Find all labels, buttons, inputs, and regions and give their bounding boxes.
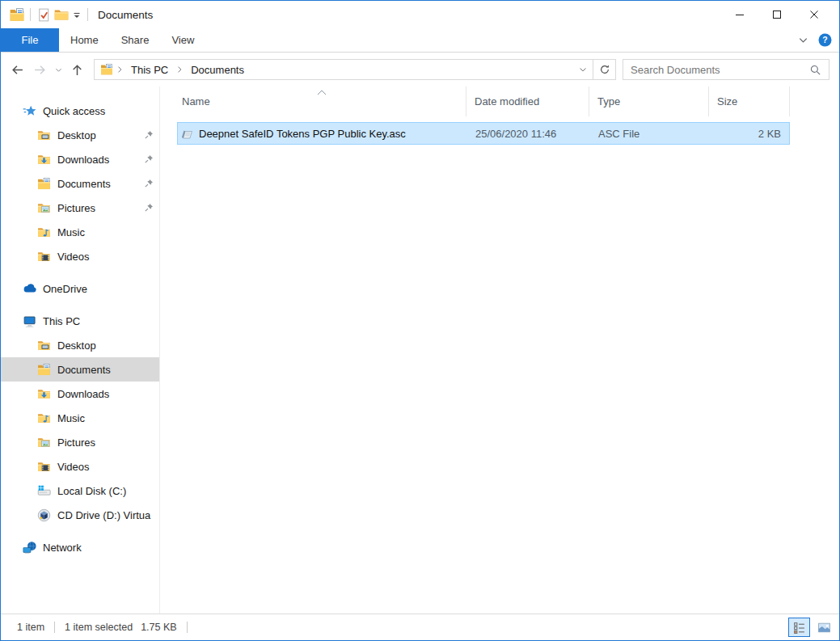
pin-icon [143,178,154,189]
recent-locations-button[interactable] [51,58,65,81]
title-bar: Documents [1,1,839,28]
search-input[interactable] [623,64,809,76]
network-section: Network [1,535,159,559]
ribbon-tab-row: File Home Share View [1,28,839,53]
sort-ascending-caret-icon [315,87,328,97]
sidebar-item-pictures[interactable]: Pictures [1,430,159,454]
thumbnails-view-button[interactable] [813,618,835,637]
this-pc-section: This PC Desktop Documents Downloads Musi… [1,309,159,527]
quick-access-section: Quick access Desktop Downloads Documents [1,99,159,268]
file-type-cell: ASC File [590,128,710,140]
search-box [623,59,829,80]
sidebar-item-label: Videos [57,461,90,473]
sidebar-item-cd-drive-d[interactable]: CD Drive (D:) Virtua [1,503,159,527]
sidebar-item-label: CD Drive (D:) Virtua [57,509,150,521]
qat-dropdown-icon[interactable] [70,7,83,23]
help-icon[interactable] [818,33,832,47]
back-button[interactable] [6,58,28,81]
column-header-size[interactable]: Size [709,86,790,116]
music-folder-icon [37,226,51,239]
column-header-row: Name Date modified Type Size [177,86,839,116]
sidebar-item-label: This PC [43,315,80,327]
sidebar-item-onedrive[interactable]: OneDrive [1,276,159,301]
content-area: Quick access Desktop Downloads Documents [1,86,839,614]
sidebar-item-videos-qa[interactable]: Videos [1,244,159,268]
sidebar-item-documents-qa[interactable]: Documents [1,171,159,196]
sidebar-item-label: OneDrive [43,283,87,295]
sidebar-item-this-pc[interactable]: This PC [1,309,159,333]
maximize-button[interactable] [758,1,796,28]
confirm-check-icon[interactable] [35,7,53,23]
address-history-button[interactable] [573,60,593,79]
column-header-label: Size [717,95,737,108]
minimize-button[interactable] [721,1,758,28]
videos-folder-icon [37,460,51,474]
breadcrumb-chevron-icon[interactable] [175,65,184,74]
tab-file[interactable]: File [1,28,59,52]
column-header-date-modified[interactable]: Date modified [466,86,589,116]
sidebar-item-desktop-qa[interactable]: Desktop [1,123,159,147]
tab-share[interactable]: Share [110,28,161,52]
expand-ribbon-chevron-icon[interactable] [797,34,809,46]
breadcrumb-documents[interactable]: Documents [186,60,249,79]
up-button[interactable] [65,58,88,81]
file-list-area: Name Date modified Type Size Deepnet Saf… [160,86,839,614]
sidebar-item-pictures-qa[interactable]: Pictures [1,196,159,220]
forward-button[interactable] [28,58,51,81]
sidebar-item-music[interactable]: Music [1,406,159,430]
sidebar-item-network[interactable]: Network [1,535,159,559]
sidebar-item-label: Videos [57,251,90,263]
close-button[interactable] [796,1,833,28]
sidebar-item-music-qa[interactable]: Music [1,220,159,244]
sidebar-item-downloads[interactable]: Downloads [1,382,159,406]
file-row-selected[interactable]: Deepnet SafeID Tokens PGP Public Key.asc… [177,122,790,145]
minimize-icon [733,8,746,21]
pin-icon [143,202,154,213]
onedrive-section: OneDrive [1,276,159,301]
toolbar-separator [30,8,31,21]
close-icon [808,8,821,21]
selection-size: 1.75 KB [141,622,176,633]
refresh-button[interactable] [593,60,615,79]
navigation-bar: This PC Documents [1,53,839,86]
address-bar[interactable]: This PC Documents [94,59,616,80]
folder-icon[interactable] [53,7,70,23]
sidebar-item-label: Music [57,226,85,238]
address-bar-controls [573,60,615,79]
status-bar: 1 item 1 item selected 1.75 KB [1,614,839,640]
column-header-name[interactable]: Name [177,86,466,116]
tab-view[interactable]: View [160,28,205,52]
sidebar-item-documents[interactable]: Documents [1,357,159,382]
details-view-icon [792,621,806,635]
sidebar-item-label: Desktop [57,339,96,352]
desktop-folder-icon [37,339,51,352]
videos-folder-icon [37,250,51,264]
sidebar-item-videos[interactable]: Videos [1,454,159,479]
computer-monitor-icon [23,314,36,328]
tab-home[interactable]: Home [59,28,110,52]
column-header-type[interactable]: Type [589,86,709,116]
sidebar-item-desktop[interactable]: Desktop [1,333,159,357]
column-header-label: Date modified [475,95,539,108]
sidebar-item-label: Desktop [57,129,96,141]
quick-access-star-icon [23,104,36,118]
item-count: 1 item [17,622,44,633]
location-folder-icon [100,63,113,76]
navigation-pane: Quick access Desktop Downloads Documents [1,86,160,614]
sidebar-item-local-disk-c[interactable]: Local Disk (C:) [1,479,159,503]
notepad-file-icon [180,127,194,141]
selection-count: 1 item selected [65,622,133,633]
ribbon-right-controls [797,28,839,52]
window-controls [721,1,833,28]
breadcrumb-chevron-icon[interactable] [115,65,125,74]
details-view-button[interactable] [788,618,810,637]
sidebar-item-quick-access[interactable]: Quick access [1,99,159,123]
sidebar-item-label: Network [43,542,82,554]
toolbar-separator [87,8,88,21]
sidebar-item-downloads-qa[interactable]: Downloads [1,147,159,171]
breadcrumb-this-pc[interactable]: This PC [126,60,173,79]
chevron-down-icon [578,65,588,74]
search-icon[interactable] [809,64,821,76]
virtualbox-cd-icon [37,508,51,522]
music-folder-icon [37,411,51,425]
